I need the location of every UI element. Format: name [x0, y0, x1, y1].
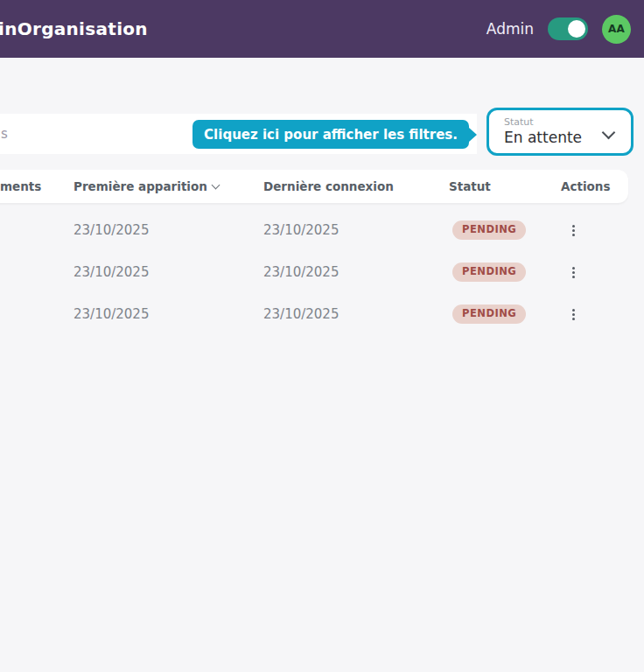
cell-derniere-connexion: 23/10/2025 [263, 251, 339, 293]
kebab-menu-icon[interactable] [567, 220, 580, 242]
table-row: 23/10/2025 23/10/2025 PENDING [0, 293, 628, 335]
admin-toggle[interactable] [548, 18, 588, 40]
status-badge-wrap: PENDING [452, 209, 526, 251]
filters-callout-text: Cliquez ici pour afficher les filtres. [204, 127, 458, 143]
status-badge: PENDING [452, 262, 526, 282]
cell-premiere-apparition: 23/10/2025 [74, 293, 149, 335]
column-header-statut: Statut [449, 170, 491, 203]
chevron-down-icon [602, 126, 616, 140]
search-text-fragment: s [1, 126, 8, 142]
topbar-right-group: Admin AA [486, 15, 644, 44]
statut-filter-select[interactable]: Statut En attente [486, 108, 634, 156]
status-badge-wrap: PENDING [452, 251, 526, 293]
cell-derniere-connexion: 23/10/2025 [263, 293, 339, 335]
table-row: 23/10/2025 23/10/2025 PENDING [0, 209, 628, 251]
app-title: inOrganisation [0, 18, 148, 39]
statut-filter-value: En attente [504, 129, 582, 146]
admin-label: Admin [486, 20, 534, 38]
kebab-menu-icon[interactable] [567, 304, 580, 326]
row-actions [567, 251, 580, 293]
column-header-derniere-connexion: Dernière connexion [263, 170, 394, 203]
filters-callout: Cliquez ici pour afficher les filtres. [192, 120, 469, 149]
sort-chevron-down-icon [211, 181, 220, 190]
app-root: inOrganisation Admin AA s Cliquez ici po… [0, 0, 644, 672]
avatar[interactable]: AA [602, 15, 631, 44]
column-header-actions: Actions [561, 170, 610, 203]
top-navbar: inOrganisation Admin AA [0, 0, 644, 58]
cell-premiere-apparition: 23/10/2025 [74, 251, 149, 293]
toggle-knob [568, 20, 585, 38]
row-actions [567, 209, 580, 251]
column-header-documents: ments [0, 170, 41, 203]
status-badge: PENDING [452, 220, 526, 240]
status-badge: PENDING [452, 304, 526, 324]
table-row: 23/10/2025 23/10/2025 PENDING [0, 251, 628, 293]
status-badge-wrap: PENDING [452, 293, 526, 335]
column-header-premiere-apparition[interactable]: Première apparition [74, 170, 219, 203]
row-actions [567, 293, 580, 335]
kebab-menu-icon[interactable] [567, 262, 580, 284]
table-header: ments Première apparition Dernière conne… [0, 170, 628, 204]
cell-derniere-connexion: 23/10/2025 [263, 209, 339, 251]
statut-filter-label: Statut [504, 116, 534, 128]
cell-premiere-apparition: 23/10/2025 [74, 209, 149, 251]
